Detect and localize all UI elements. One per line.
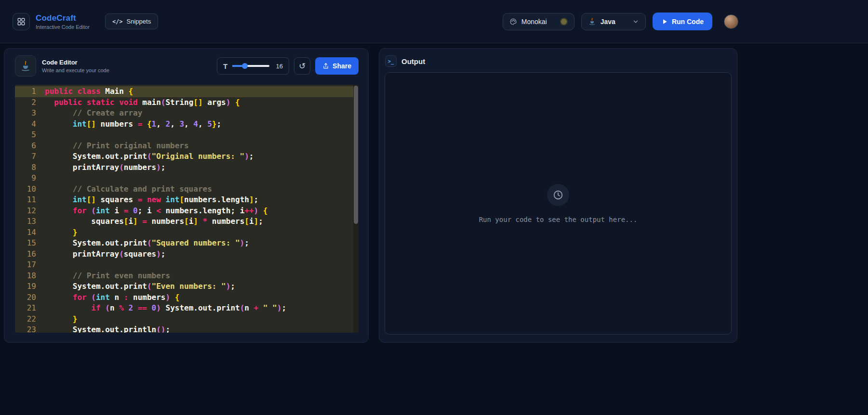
snippets-label: Snippets xyxy=(127,18,151,25)
code-line[interactable]: 12 for (int i = 0; i < numbers.length; i… xyxy=(15,206,359,217)
code-lines: 1public class Main {2 public static void… xyxy=(15,86,359,333)
snippets-button[interactable]: </> Snippets xyxy=(105,13,158,29)
code-icon: </> xyxy=(112,18,123,25)
code-line[interactable]: 16 printArray(squares); xyxy=(15,249,359,260)
code-line[interactable]: 8 printArray(numbers); xyxy=(15,162,359,173)
line-number: 3 xyxy=(15,108,36,119)
play-icon xyxy=(661,18,668,25)
font-size-slider[interactable] xyxy=(232,63,269,69)
share-button[interactable]: Share xyxy=(315,57,359,75)
line-number: 16 xyxy=(15,249,36,260)
main-content: Code Editor Write and execute your code … xyxy=(0,43,868,343)
code-line[interactable]: 4 int[] numbers = {1, 2, 3, 4, 5}; xyxy=(15,119,359,130)
run-code-label: Run Code xyxy=(672,18,704,26)
line-number: 18 xyxy=(15,271,36,282)
share-icon xyxy=(322,63,329,69)
app-subtitle: Interactive Code Editor xyxy=(36,24,90,30)
avatar[interactable] xyxy=(724,14,738,29)
theme-label: Monokai xyxy=(521,18,547,26)
run-code-button[interactable]: Run Code xyxy=(653,13,712,30)
editor-scrollbar xyxy=(353,85,359,333)
app-header: CodeCraft Interactive Code Editor </> Sn… xyxy=(0,0,868,43)
font-size-slider-thumb[interactable] xyxy=(242,63,248,69)
line-number: 15 xyxy=(15,238,36,249)
code-line[interactable]: 7 System.out.print("Original numbers: ")… xyxy=(15,151,359,162)
code-line[interactable]: 6 // Print original numbers xyxy=(15,141,359,152)
line-number: 21 xyxy=(15,303,36,314)
grid-icon xyxy=(17,17,26,26)
line-number: 6 xyxy=(15,141,36,152)
language-label: Java xyxy=(601,18,615,26)
editor-subtitle: Write and execute your code xyxy=(42,67,109,73)
output-title: Output xyxy=(401,57,425,65)
line-number: 9 xyxy=(15,173,36,184)
chevron-down-icon xyxy=(632,18,639,25)
theme-swatch xyxy=(560,18,568,26)
line-number: 14 xyxy=(15,227,36,238)
scrollbar-thumb[interactable] xyxy=(354,86,358,224)
font-size-control: T 16 xyxy=(217,57,289,75)
line-number: 10 xyxy=(15,184,36,195)
java-icon xyxy=(588,17,596,26)
line-number: 7 xyxy=(15,151,36,162)
code-line[interactable]: 10 // Calculate and print squares xyxy=(15,184,359,195)
java-language-icon xyxy=(15,55,36,77)
line-number: 1 xyxy=(15,86,36,97)
code-line[interactable]: 15 System.out.print("Squared numbers: ")… xyxy=(15,238,359,249)
line-number: 22 xyxy=(15,314,36,325)
code-line[interactable]: 3 // Create array xyxy=(15,108,359,119)
clock-icon xyxy=(547,184,569,206)
line-number: 23 xyxy=(15,324,36,333)
code-line[interactable]: 18 // Print even numbers xyxy=(15,271,359,282)
line-number: 12 xyxy=(15,206,36,217)
code-line[interactable]: 1public class Main { xyxy=(15,86,359,97)
line-number: 2 xyxy=(15,97,36,108)
code-editor[interactable]: 1public class Main {2 public static void… xyxy=(15,85,359,333)
line-number: 5 xyxy=(15,130,36,141)
output-panel: >_ Output Run your code to see the outpu… xyxy=(379,48,737,343)
code-line[interactable]: 13 squares[i] = numbers[i] * numbers[i]; xyxy=(15,216,359,227)
share-label: Share xyxy=(333,62,351,70)
editor-title: Code Editor xyxy=(42,59,109,66)
code-line[interactable]: 14 } xyxy=(15,227,359,238)
line-number: 8 xyxy=(15,162,36,173)
code-line[interactable]: 17 xyxy=(15,259,359,271)
font-size-value: 16 xyxy=(276,63,283,70)
font-size-icon: T xyxy=(223,62,227,70)
theme-selector[interactable]: Monokai xyxy=(503,13,574,30)
line-number: 19 xyxy=(15,281,36,292)
palette-icon xyxy=(509,18,517,26)
line-number: 20 xyxy=(15,292,36,303)
reset-button[interactable]: ↺ xyxy=(294,57,310,75)
language-selector[interactable]: Java xyxy=(581,13,646,30)
line-number: 4 xyxy=(15,119,36,130)
code-line[interactable]: 9 xyxy=(15,173,359,184)
code-line[interactable]: 5 xyxy=(15,130,359,141)
line-number: 11 xyxy=(15,195,36,206)
code-line[interactable]: 2 public static void main(String[] args)… xyxy=(15,97,359,108)
app-logo xyxy=(13,13,30,30)
code-line[interactable]: 23 System.out.println(); xyxy=(15,324,359,333)
code-line[interactable]: 19 System.out.print("Even numbers: "); xyxy=(15,281,359,292)
code-line[interactable]: 21 if (n % 2 == 0) System.out.print(n + … xyxy=(15,303,359,314)
output-placeholder: Run your code to see the output here... xyxy=(479,216,638,223)
code-line[interactable]: 11 int[] squares = new int[numbers.lengt… xyxy=(15,195,359,206)
app-title: CodeCraft xyxy=(36,13,90,23)
output-box: Run your code to see the output here... xyxy=(385,72,732,335)
reset-icon: ↺ xyxy=(299,61,306,71)
line-number: 13 xyxy=(15,216,36,227)
code-line[interactable]: 20 for (int n : numbers) { xyxy=(15,292,359,303)
line-number: 17 xyxy=(15,259,36,271)
editor-panel: Code Editor Write and execute your code … xyxy=(4,48,369,343)
code-line[interactable]: 22 } xyxy=(15,314,359,325)
terminal-icon: >_ xyxy=(385,55,397,67)
